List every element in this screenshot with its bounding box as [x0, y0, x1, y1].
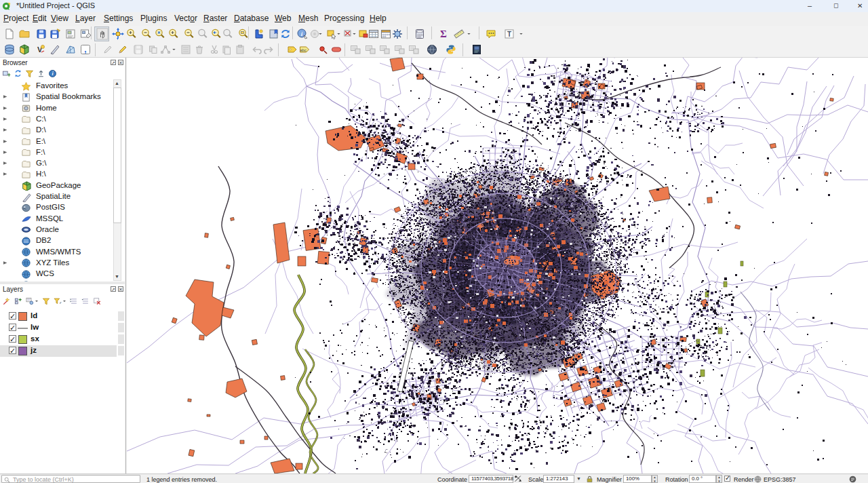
svg-text:T: T — [507, 31, 511, 38]
svg-text:,: , — [84, 45, 86, 54]
svg-text:Σ: Σ — [440, 28, 447, 39]
svg-text:abc: abc — [300, 48, 307, 52]
